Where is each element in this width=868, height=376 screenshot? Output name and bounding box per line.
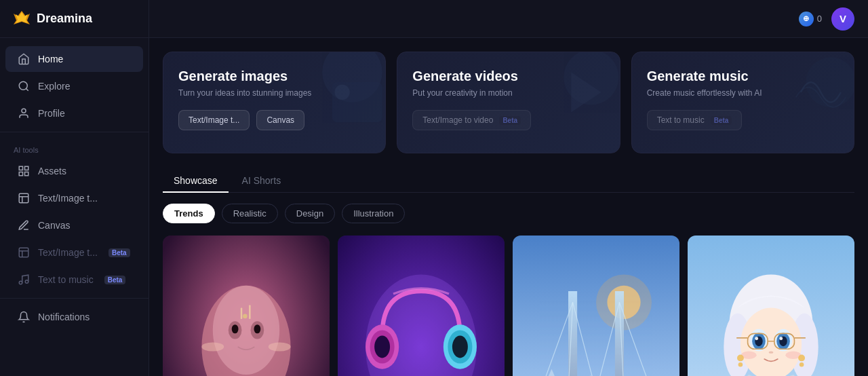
- filter-pills: Trends Realistic Design Illustration: [163, 204, 854, 223]
- canvas-button[interactable]: Canvas: [256, 110, 304, 130]
- text-image-button[interactable]: Text/Image t...: [178, 110, 250, 130]
- brand-name: Dreamina: [37, 12, 92, 26]
- svg-point-80: [800, 362, 804, 367]
- svg-point-29: [243, 314, 248, 319]
- svg-rect-39: [513, 236, 679, 376]
- sidebar-item-label: Text/Image t...: [38, 247, 98, 258]
- beta-badge: Beta: [108, 248, 130, 257]
- user-avatar[interactable]: V: [831, 7, 854, 31]
- sidebar-item-text-image-beta[interactable]: Text/Image t... Beta: [5, 240, 143, 265]
- sidebar-item-home[interactable]: Home: [5, 46, 143, 72]
- text-image2-icon: [18, 246, 30, 259]
- svg-point-10: [19, 281, 22, 284]
- image-card-1[interactable]: [163, 236, 330, 376]
- images-card-title: Generate images: [178, 69, 370, 84]
- tab-showcase[interactable]: Showcase: [163, 170, 229, 193]
- svg-point-78: [738, 362, 743, 367]
- svg-point-24: [254, 324, 260, 333]
- sidebar-item-assets[interactable]: Assets: [5, 158, 143, 184]
- coin-icon: ⊕: [799, 12, 814, 26]
- svg-point-77: [737, 354, 744, 361]
- filter-illustration[interactable]: Illustration: [342, 204, 405, 223]
- tab-ai-shorts[interactable]: AI Shorts: [231, 170, 292, 193]
- text-to-video-label: Text/Image to video: [422, 115, 493, 125]
- svg-point-79: [798, 354, 805, 361]
- sidebar-item-label: Canvas: [38, 220, 70, 231]
- image-card-4[interactable]: [688, 236, 854, 376]
- image-2-art: [338, 236, 505, 376]
- sidebar-item-notifications[interactable]: Notifications: [5, 304, 143, 330]
- sidebar-item-label: Explore: [38, 81, 70, 92]
- svg-point-2: [19, 81, 27, 90]
- beta-badge-music: Beta: [104, 276, 126, 284]
- sidebar-item-explore[interactable]: Explore: [5, 73, 143, 99]
- assets-icon: [18, 165, 30, 177]
- svg-point-25: [201, 342, 224, 351]
- image-grid: A Alexlai ♡ 3 ↑ 3: [163, 236, 854, 376]
- image-4-art: [688, 236, 854, 376]
- svg-point-37: [452, 336, 468, 358]
- svg-point-26: [269, 342, 291, 351]
- dreamina-logo-icon: [12, 10, 31, 29]
- filter-realistic[interactable]: Realistic: [222, 204, 278, 223]
- sidebar-item-label: Profile: [38, 108, 65, 119]
- music-beta-badge: Beta: [711, 116, 732, 125]
- sidebar-item-label: Notifications: [38, 312, 90, 322]
- showcase-tabs: Showcase AI Shorts: [163, 170, 854, 193]
- svg-point-68: [779, 337, 783, 340]
- coins-display: ⊕ 0: [799, 12, 822, 26]
- sidebar-navigation: Home Explore Profile AI tools Assets: [0, 38, 149, 376]
- images-card-subtitle: Turn your ideas into stunning images: [178, 88, 370, 98]
- explore-icon: [18, 80, 30, 92]
- svg-rect-27: [241, 308, 242, 319]
- sidebar-item-label: Text/Image t...: [38, 193, 98, 204]
- text-to-music-label: Text to music: [657, 115, 705, 125]
- topbar: ⊕ 0 V: [149, 0, 868, 38]
- generate-videos-card: Generate videos Put your creativity in m…: [397, 52, 620, 153]
- text-to-video-button[interactable]: Text/Image to video Beta: [412, 110, 531, 130]
- filter-trends[interactable]: Trends: [163, 204, 215, 223]
- logo: Dreamina: [0, 0, 149, 38]
- sidebar-item-text-music[interactable]: Text to music Beta: [5, 267, 143, 293]
- sidebar-item-profile[interactable]: Profile: [5, 100, 143, 126]
- svg-point-11: [25, 280, 28, 284]
- svg-point-74: [769, 352, 774, 354]
- music-card-buttons: Text to music Beta: [647, 110, 839, 130]
- main-content: ⊕ 0 V Generate images Turn your ideas in…: [149, 0, 868, 376]
- svg-point-20: [213, 286, 279, 375]
- svg-rect-5: [25, 166, 28, 170]
- svg-point-23: [232, 324, 239, 333]
- svg-rect-28: [249, 305, 250, 320]
- sidebar: Dreamina Home Explore Profile AI tools: [0, 0, 149, 376]
- videos-card-title: Generate videos: [412, 69, 604, 84]
- image-card-2[interactable]: [338, 236, 505, 376]
- sidebar-item-label: Home: [38, 54, 63, 64]
- svg-rect-7: [25, 172, 28, 176]
- svg-rect-4: [19, 166, 22, 170]
- text-image-icon: [18, 192, 30, 204]
- svg-rect-6: [19, 172, 22, 176]
- sidebar-section-label: AI tools: [0, 138, 149, 157]
- filter-design[interactable]: Design: [285, 204, 335, 223]
- svg-point-3: [22, 109, 26, 113]
- home-icon: [18, 53, 30, 65]
- images-card-buttons: Text/Image t... Canvas: [178, 110, 370, 130]
- videos-card-subtitle: Put your creativity in motion: [412, 88, 604, 98]
- image-3-art: [513, 236, 679, 376]
- music-card-title: Generate music: [647, 69, 839, 84]
- sidebar-divider: [0, 132, 149, 132]
- canvas-icon: [18, 219, 30, 231]
- svg-point-34: [374, 336, 390, 358]
- sidebar-item-canvas[interactable]: Canvas: [5, 212, 143, 238]
- sidebar-item-text-image[interactable]: Text/Image t...: [5, 185, 143, 211]
- profile-icon: [18, 107, 30, 119]
- sidebar-item-label: Text to music: [38, 274, 94, 285]
- svg-point-67: [755, 337, 758, 340]
- content-area: Generate images Turn your ideas into stu…: [149, 38, 868, 376]
- videos-card-buttons: Text/Image to video Beta: [412, 110, 604, 130]
- image-card-3[interactable]: A Alexlai ♡ 3 ↑ 3: [513, 236, 679, 376]
- text-to-music-button[interactable]: Text to music Beta: [647, 110, 743, 130]
- music-icon: [18, 274, 30, 286]
- svg-rect-9: [19, 248, 28, 257]
- svg-rect-8: [19, 193, 28, 203]
